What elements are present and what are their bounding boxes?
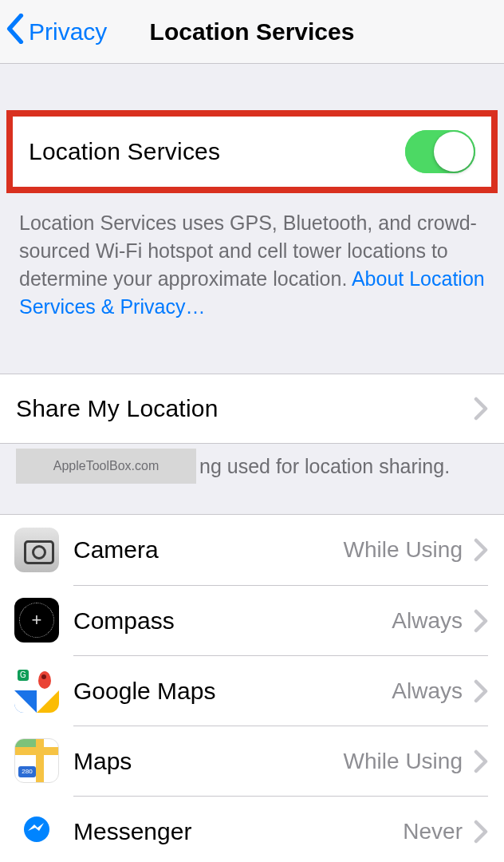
chevron-right-icon — [474, 397, 488, 421]
app-status: Never — [403, 819, 463, 844]
compass-icon — [14, 598, 59, 643]
app-row-compass[interactable]: Compass Always — [0, 585, 504, 655]
navbar: Privacy Location Services — [0, 0, 504, 64]
app-row-camera[interactable]: Camera While Using — [0, 515, 504, 585]
app-status: Always — [392, 678, 463, 704]
google-maps-icon: G — [14, 668, 59, 713]
watermark: AppleToolBox.com — [16, 449, 196, 484]
chevron-right-icon — [474, 749, 488, 773]
chevron-right-icon — [474, 609, 488, 633]
app-name: Compass — [73, 607, 392, 635]
app-list: Camera While Using Compass Always G Goog… — [0, 514, 504, 862]
highlight-box: Location Services — [6, 110, 498, 193]
location-services-label: Location Services — [29, 138, 405, 165]
location-services-description: Location Services uses GPS, Bluetooth, a… — [0, 196, 504, 350]
app-row-google-maps[interactable]: G Google Maps Always — [0, 655, 504, 726]
share-footer: AppleToolBox.com ng used for location sh… — [0, 444, 504, 498]
app-status: While Using — [344, 537, 463, 563]
camera-icon — [14, 528, 59, 572]
svg-point-0 — [24, 817, 49, 842]
location-services-row[interactable]: Location Services — [13, 117, 491, 187]
app-row-maps[interactable]: 280 Maps While Using — [0, 726, 504, 796]
chevron-right-icon — [474, 679, 488, 703]
spacer — [0, 64, 504, 110]
app-name: Camera — [73, 536, 344, 563]
share-footer-text: ng used for location sharing. — [199, 455, 450, 478]
app-status: While Using — [344, 749, 463, 774]
share-my-location-row[interactable]: Share My Location — [0, 374, 504, 444]
back-label: Privacy — [29, 18, 107, 45]
messenger-icon — [14, 809, 59, 853]
app-row-messenger[interactable]: Messenger Never — [0, 796, 504, 862]
app-name: Maps — [73, 748, 344, 775]
app-status: Always — [392, 608, 463, 634]
location-services-toggle[interactable] — [405, 130, 475, 173]
chevron-right-icon — [474, 820, 488, 844]
toggle-knob — [434, 132, 474, 172]
back-button[interactable]: Privacy — [6, 14, 107, 49]
maps-icon: 280 — [14, 738, 59, 783]
share-my-location-label: Share My Location — [16, 395, 474, 422]
app-name: Messenger — [73, 818, 403, 845]
app-name: Google Maps — [73, 678, 392, 705]
chevron-right-icon — [474, 538, 488, 562]
chevron-left-icon — [6, 14, 29, 49]
